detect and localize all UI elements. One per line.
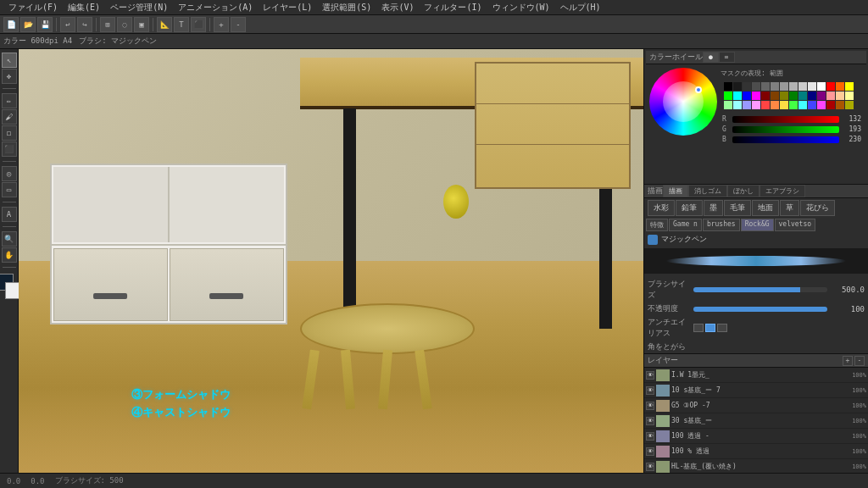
swatch[interactable] (743, 92, 751, 100)
zoom-out-btn[interactable]: - (231, 17, 246, 32)
lasso-btn[interactable]: ◌ (117, 17, 132, 32)
swatch[interactable] (752, 92, 760, 100)
hand-tool[interactable]: ✋ (2, 247, 17, 263)
swatch[interactable] (733, 101, 742, 109)
canvas-area[interactable]: ③フォームシャドウ ④キャストシャドウ (19, 49, 643, 473)
blue-slider[interactable] (732, 136, 839, 143)
swatch[interactable] (826, 92, 835, 100)
lasso-tool[interactable]: ◎ (2, 166, 17, 181)
pencil-btn[interactable]: 鉛筆 (676, 200, 703, 216)
layer-visibility-toggle[interactable]: 👁 (646, 386, 654, 395)
swatch[interactable] (761, 101, 770, 109)
green-slider[interactable] (732, 126, 839, 133)
ink-btn[interactable]: 墨 (704, 200, 723, 216)
swatch[interactable] (789, 82, 798, 91)
swatch[interactable] (789, 92, 798, 100)
swatch[interactable] (733, 82, 742, 91)
transform-btn[interactable]: ⊞ (100, 17, 115, 32)
menu-layer[interactable]: レイヤー(L) (258, 2, 317, 14)
swatch[interactable] (780, 101, 788, 109)
swatch[interactable] (724, 82, 732, 91)
swatch[interactable] (780, 92, 788, 100)
swatch[interactable] (817, 82, 826, 91)
bucket-btn[interactable]: ⬛ (191, 17, 206, 32)
layer-visibility-toggle[interactable]: 👁 (646, 432, 654, 441)
cursor-tool[interactable]: ↖ (2, 53, 17, 68)
pen-tool[interactable]: ✏ (2, 93, 17, 108)
layer-item[interactable]: 👁100 % 透過100% (644, 444, 868, 459)
move-tool[interactable]: ✥ (2, 69, 17, 84)
brush-cat-rock[interactable]: Rock&G (741, 219, 774, 231)
text-tool[interactable]: A (2, 207, 17, 222)
fill-btn[interactable]: ▣ (134, 17, 149, 32)
swatch[interactable] (836, 101, 844, 109)
antialias-none[interactable] (693, 324, 704, 332)
layer-visibility-toggle[interactable]: 👁 (646, 417, 654, 425)
menu-filter[interactable]: フィルター(I) (419, 2, 487, 14)
swatch[interactable] (798, 101, 807, 109)
save-btn[interactable]: 💾 (37, 17, 53, 32)
layer-visibility-toggle[interactable]: 👁 (646, 463, 654, 471)
brush-size-slider[interactable] (693, 287, 827, 292)
swatch[interactable] (743, 82, 751, 91)
swatch[interactable] (836, 82, 844, 91)
menu-page[interactable]: ページ管理(N) (105, 2, 173, 14)
swatch[interactable] (771, 92, 779, 100)
brush-cat-game[interactable]: Game n (669, 219, 702, 231)
brush-cat-brushes[interactable]: brushes (703, 219, 740, 231)
menu-window[interactable]: ウィンドウ(W) (487, 2, 555, 14)
color-wheel[interactable] (649, 68, 717, 136)
tool-tab-erase[interactable]: 消しゴム (688, 185, 727, 197)
menu-view[interactable]: 表示(V) (376, 2, 419, 14)
menu-select[interactable]: 選択範囲(S) (317, 2, 376, 14)
layer-visibility-toggle[interactable]: 👁 (646, 447, 654, 456)
redo-btn[interactable]: ↪ (77, 17, 92, 32)
swatch[interactable] (826, 82, 835, 91)
layer-item[interactable]: 👁G5 ③OP -7100% (644, 398, 868, 413)
swatch[interactable] (752, 101, 760, 109)
menu-edit[interactable]: 編集(E) (63, 2, 105, 14)
brush-cat-feature[interactable]: 特徴 (646, 219, 668, 231)
swatch[interactable] (808, 92, 816, 100)
brush-cat-velvet[interactable]: velvetso (775, 219, 816, 231)
menu-help[interactable]: ヘルプ(H) (555, 2, 606, 14)
menu-file[interactable]: ファイル(F) (3, 2, 63, 14)
layer-item[interactable]: 👁100 透過 -100% (644, 429, 868, 444)
swatch[interactable] (845, 92, 854, 100)
menu-animation[interactable]: アニメーション(A) (173, 2, 258, 14)
layer-visibility-toggle[interactable]: 👁 (646, 371, 654, 380)
swatch[interactable] (771, 82, 779, 91)
antialias-weak[interactable] (705, 324, 715, 332)
swatch[interactable] (845, 101, 854, 109)
zoom-tool[interactable]: 🔍 (2, 231, 17, 247)
swatch[interactable] (817, 92, 826, 100)
antialias-strong[interactable] (717, 324, 727, 332)
erase-tool[interactable]: ◻ (2, 125, 17, 141)
zoom-in-btn[interactable]: + (214, 17, 229, 32)
swatch[interactable] (798, 92, 807, 100)
ruler-btn[interactable]: 📐 (157, 17, 172, 32)
text-btn[interactable]: T (174, 17, 189, 32)
fill-tool[interactable]: ⬛ (2, 141, 17, 157)
swatch[interactable] (780, 82, 788, 91)
rect-select-tool[interactable]: ▭ (2, 182, 17, 197)
swatch[interactable] (724, 92, 732, 100)
swatch[interactable] (761, 82, 770, 91)
add-layer-btn[interactable]: + (843, 356, 853, 366)
red-slider[interactable] (732, 116, 839, 123)
swatch[interactable] (761, 92, 770, 100)
tool-tab-blur[interactable]: ぼかし (727, 185, 760, 197)
swatch[interactable] (771, 101, 779, 109)
layer-item[interactable]: 👁30 s基底_ー100% (644, 413, 868, 429)
brush-tool[interactable]: 🖌 (2, 109, 17, 125)
color-tab-slider[interactable]: ≡ (719, 52, 735, 63)
delete-layer-btn[interactable]: - (854, 356, 865, 366)
color-tab-wheel[interactable]: ● (703, 52, 719, 63)
layer-visibility-toggle[interactable]: 👁 (646, 402, 654, 410)
swatch[interactable] (808, 101, 816, 109)
swatch[interactable] (733, 92, 742, 100)
opacity-slider[interactable] (693, 307, 827, 312)
ground-btn[interactable]: 地面 (752, 200, 779, 216)
swatch[interactable] (817, 101, 826, 109)
tool-tab-airbrush[interactable]: エアブラシ (760, 185, 805, 197)
